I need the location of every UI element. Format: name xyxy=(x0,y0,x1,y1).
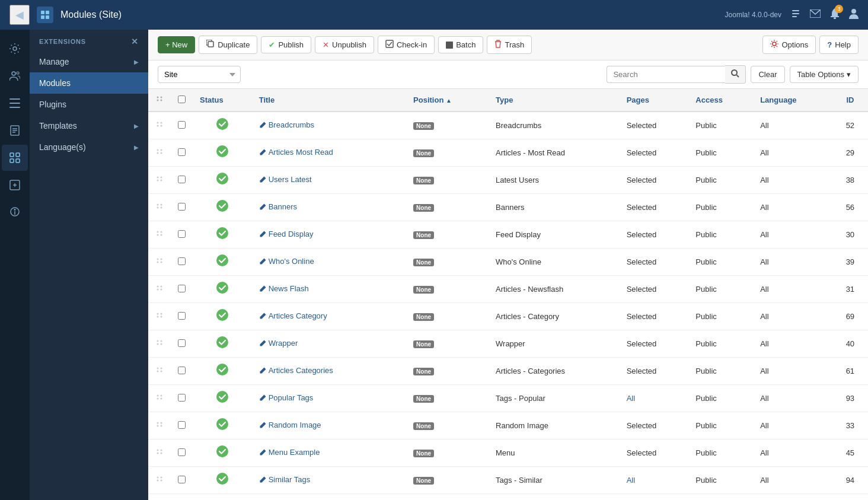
row-checkbox[interactable] xyxy=(171,167,193,194)
select-all-checkbox[interactable] xyxy=(178,95,186,103)
drag-handle[interactable] xyxy=(148,194,171,221)
drag-handle[interactable] xyxy=(148,412,171,440)
edit-title-link[interactable]: Wrapper xyxy=(259,339,298,348)
publish-button[interactable]: ✔ Publish xyxy=(261,36,311,53)
edit-title-link[interactable]: Popular Tags xyxy=(259,393,314,402)
status-cell[interactable] xyxy=(193,330,252,358)
drag-handle[interactable] xyxy=(148,167,171,194)
table-options-button[interactable]: Table Options ▾ xyxy=(790,66,859,83)
status-cell[interactable] xyxy=(193,276,252,303)
status-published-icon[interactable] xyxy=(216,393,229,406)
status-cell[interactable] xyxy=(193,194,252,221)
batch-button[interactable]: Batch xyxy=(438,36,483,53)
edit-title-link[interactable]: Breadcrumbs xyxy=(259,120,314,129)
status-cell[interactable] xyxy=(193,358,252,385)
user-icon-btn[interactable] xyxy=(849,8,859,21)
row-checkbox[interactable] xyxy=(171,249,193,276)
drag-handle[interactable] xyxy=(148,385,171,412)
edit-title-link[interactable]: News Flash xyxy=(259,284,309,293)
nav-icon-components[interactable] xyxy=(2,172,28,198)
search-input[interactable] xyxy=(607,66,725,83)
sidebar-item-languages[interactable]: Language(s) ▶ xyxy=(30,136,148,158)
status-cell[interactable] xyxy=(193,412,252,440)
edit-title-link[interactable]: Articles Category xyxy=(259,311,327,320)
status-published-icon[interactable] xyxy=(216,338,229,351)
edit-title-link[interactable]: Feed Display xyxy=(259,230,314,238)
status-published-icon[interactable] xyxy=(216,365,229,378)
status-published-icon[interactable] xyxy=(216,229,229,242)
nav-icon-content[interactable] xyxy=(2,117,28,144)
status-cell[interactable] xyxy=(193,112,252,139)
drag-handle[interactable] xyxy=(148,139,171,167)
edit-title-link[interactable]: Banners xyxy=(259,202,297,211)
drag-handle[interactable] xyxy=(148,467,171,494)
status-cell[interactable] xyxy=(193,440,252,467)
drag-handle[interactable] xyxy=(148,440,171,467)
row-checkbox[interactable] xyxy=(171,194,193,221)
row-checkbox[interactable] xyxy=(171,139,193,167)
status-published-icon[interactable] xyxy=(216,311,229,324)
status-published-icon[interactable] xyxy=(216,120,229,133)
search-button[interactable] xyxy=(725,65,746,84)
sidebar-item-templates[interactable]: Templates ▶ xyxy=(30,115,148,136)
drag-handle[interactable] xyxy=(148,494,171,501)
status-cell[interactable] xyxy=(193,494,252,501)
drag-handle[interactable] xyxy=(148,303,171,330)
drag-handle[interactable] xyxy=(148,358,171,385)
sidebar-item-modules[interactable]: Modules xyxy=(30,72,148,94)
status-published-icon[interactable] xyxy=(216,202,229,215)
drag-handle[interactable] xyxy=(148,221,171,249)
sidebar-item-manage[interactable]: Manage ▶ xyxy=(30,51,148,72)
edit-title-link[interactable]: Articles Categories xyxy=(259,366,333,375)
status-cell[interactable] xyxy=(193,221,252,249)
status-cell[interactable] xyxy=(193,139,252,167)
row-checkbox[interactable] xyxy=(171,330,193,358)
unpublish-button[interactable]: ✕ Unpublish xyxy=(315,36,374,53)
back-button[interactable]: ◀ xyxy=(9,5,30,25)
checkin-button[interactable]: Check-in xyxy=(378,36,435,54)
edit-title-link[interactable]: Similar Tags xyxy=(259,475,311,484)
edit-title-link[interactable]: Menu Example xyxy=(259,448,320,457)
pages-link[interactable]: All xyxy=(627,476,635,485)
drag-handle[interactable] xyxy=(148,112,171,139)
status-published-icon[interactable] xyxy=(216,420,229,433)
notification-icon-btn[interactable]: 3 xyxy=(830,8,840,21)
drag-handle[interactable] xyxy=(148,249,171,276)
nav-icon-info[interactable] xyxy=(2,199,28,225)
new-button[interactable]: + New xyxy=(158,36,195,53)
edit-title-link[interactable]: Users Latest xyxy=(259,175,312,184)
row-checkbox[interactable] xyxy=(171,412,193,440)
row-checkbox[interactable] xyxy=(171,385,193,412)
site-select[interactable]: Site xyxy=(158,66,241,83)
row-checkbox[interactable] xyxy=(171,303,193,330)
edit-title-link[interactable]: Who's Online xyxy=(259,257,314,266)
row-checkbox[interactable] xyxy=(171,276,193,303)
status-cell[interactable] xyxy=(193,249,252,276)
status-published-icon[interactable] xyxy=(216,256,229,269)
status-published-icon[interactable] xyxy=(216,474,229,488)
drag-handle[interactable] xyxy=(148,330,171,358)
nav-icon-extensions[interactable] xyxy=(2,145,28,171)
clear-button[interactable]: Clear xyxy=(751,66,784,83)
row-checkbox[interactable] xyxy=(171,467,193,494)
sidebar-item-plugins[interactable]: Plugins xyxy=(30,94,148,115)
pages-cell[interactable]: All xyxy=(620,385,689,412)
nav-icon-users[interactable] xyxy=(2,63,28,89)
status-published-icon[interactable] xyxy=(216,284,229,297)
row-checkbox[interactable] xyxy=(171,494,193,501)
status-cell[interactable] xyxy=(193,467,252,494)
duplicate-button[interactable]: Duplicate xyxy=(199,36,257,54)
status-cell[interactable] xyxy=(193,167,252,194)
status-cell[interactable] xyxy=(193,385,252,412)
col-checkbox-header[interactable] xyxy=(171,89,193,112)
pages-cell[interactable]: All xyxy=(620,467,689,494)
edit-title-link[interactable]: Articles Most Read xyxy=(259,148,333,157)
status-published-icon[interactable] xyxy=(216,447,229,460)
help-button[interactable]: ? Help xyxy=(819,36,859,54)
edit-icon-btn[interactable] xyxy=(791,9,800,21)
row-checkbox[interactable] xyxy=(171,221,193,249)
drag-handle[interactable] xyxy=(148,276,171,303)
pages-link[interactable]: All xyxy=(627,394,635,403)
row-checkbox[interactable] xyxy=(171,112,193,139)
col-title-header[interactable]: Title xyxy=(252,89,406,112)
